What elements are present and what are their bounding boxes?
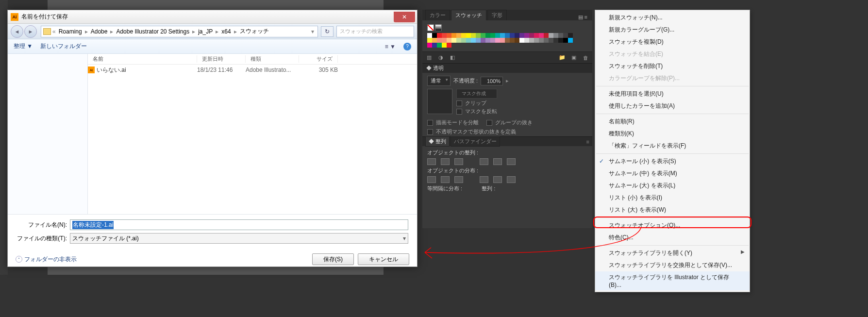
swatch-cell[interactable]: [471, 33, 476, 38]
close-button[interactable]: ✕: [394, 12, 415, 22]
swatch-cell[interactable]: [447, 33, 451, 38]
menu-item[interactable]: 新規カラーグループ(G)...: [595, 24, 750, 36]
swatch-cell[interactable]: [515, 33, 519, 38]
swatch-cell[interactable]: [427, 43, 432, 48]
swatch-cell[interactable]: [442, 43, 447, 48]
swatch-cell[interactable]: [442, 38, 447, 43]
menu-item[interactable]: 種類別(K): [595, 128, 750, 140]
swatch-cell[interactable]: [539, 33, 544, 38]
knockout-checkbox[interactable]: [486, 120, 492, 126]
swatch-library-icon[interactable]: ▥: [425, 54, 433, 62]
dist-right-icon[interactable]: [507, 176, 516, 183]
swatch-cell[interactable]: [549, 38, 553, 43]
swatch-options-icon[interactable]: ◧: [449, 54, 456, 62]
blend-mode-select[interactable]: 通常: [427, 76, 451, 86]
file-list[interactable]: 名前 更新日時 種類 サイズ Aiいらない.ai18/1/23 11:46Ado…: [88, 54, 417, 214]
swatch-cell[interactable]: [432, 43, 437, 48]
col-date[interactable]: 更新日時: [197, 55, 246, 63]
menu-item[interactable]: スウォッチを削除(T): [595, 60, 750, 72]
swatch-cell[interactable]: [510, 38, 515, 43]
swatch-cell[interactable]: [534, 38, 539, 43]
menu-item[interactable]: スウォッチライブラリを Illustrator として保存(B)...: [595, 271, 750, 290]
swatch-grid[interactable]: [427, 33, 587, 48]
swatch-cell[interactable]: [558, 38, 563, 43]
menu-item[interactable]: サムネール (大) を表示(L): [595, 180, 750, 192]
swatch-cell[interactable]: [539, 38, 544, 43]
swatch-cell[interactable]: [510, 33, 515, 38]
align-vcenter-icon[interactable]: [493, 158, 502, 165]
swatch-cell[interactable]: [461, 38, 466, 43]
align-menu-icon[interactable]: ≡: [586, 139, 589, 145]
cancel-button[interactable]: キャンセル: [358, 253, 409, 265]
path-seg[interactable]: スウォッチ: [238, 27, 270, 35]
search-input[interactable]: スウォッチの検索: [336, 26, 414, 37]
panel-menu-button[interactable]: ▤ ≡: [576, 14, 589, 20]
menu-item[interactable]: スウォッチライブラリを開く(Y)▶: [595, 247, 750, 259]
menu-item[interactable]: 未使用項目を選択(U): [595, 88, 750, 100]
path-seg[interactable]: ja_JP: [197, 28, 214, 35]
col-type[interactable]: 種類: [246, 55, 299, 63]
swatch-cell[interactable]: [553, 38, 558, 43]
swatch-cell[interactable]: [544, 38, 549, 43]
make-mask-button[interactable]: マスク作成: [456, 89, 497, 99]
file-row[interactable]: Aiいらない.ai18/1/23 11:46Adobe Illustrato..…: [88, 65, 417, 75]
swatch-cell[interactable]: [476, 33, 481, 38]
swatch-cell[interactable]: [447, 43, 451, 48]
swatch-cell[interactable]: [505, 38, 510, 43]
organize-menu[interactable]: 整理 ▼: [14, 42, 33, 50]
filetype-combo[interactable]: スウォッチファイル (*.ai)▾: [70, 233, 408, 244]
swatch-cell[interactable]: [519, 38, 524, 43]
swatch-cell[interactable]: [563, 33, 568, 38]
swatch-cell[interactable]: [461, 33, 466, 38]
save-button[interactable]: 保存(S): [312, 253, 354, 265]
swatch-cell[interactable]: [549, 33, 553, 38]
help-button[interactable]: ?: [403, 43, 411, 50]
nav-back-button[interactable]: ◄: [11, 25, 23, 38]
path-seg[interactable]: Adobe Illustrator 20 Settings: [115, 28, 191, 35]
swatch-cell[interactable]: [529, 38, 534, 43]
dist-hcenter-icon[interactable]: [493, 176, 502, 183]
swatch-cell[interactable]: [437, 43, 442, 48]
swatch-cell[interactable]: [427, 38, 432, 43]
swatch-cell[interactable]: [476, 38, 481, 43]
swatch-cell[interactable]: [481, 33, 485, 38]
swatch-cell[interactable]: [529, 33, 534, 38]
menu-item[interactable]: サムネール (小) を表示(S)✓: [595, 155, 750, 167]
swatch-cell[interactable]: [451, 38, 456, 43]
refresh-button[interactable]: ↻: [321, 26, 334, 37]
swatch-cell[interactable]: [437, 33, 442, 38]
view-mode-button[interactable]: ≡ ▼: [385, 43, 396, 50]
swatch-panel-menu[interactable]: 新規スウォッチ(N)...新規カラーグループ(G)...スウォッチを複製(D)ス…: [595, 10, 750, 292]
transparency-tab[interactable]: ◆ 透明: [422, 63, 592, 73]
swatch-cell[interactable]: [524, 33, 529, 38]
align-right-icon[interactable]: [454, 158, 463, 165]
isolate-checkbox[interactable]: [427, 120, 433, 126]
swatch-cell[interactable]: [500, 38, 505, 43]
swatch-cell[interactable]: [427, 33, 432, 38]
nav-forward-button[interactable]: ►: [24, 25, 37, 38]
swatch-cell[interactable]: [495, 33, 500, 38]
invert-checkbox[interactable]: [456, 109, 462, 115]
align-hcenter-icon[interactable]: [441, 158, 450, 165]
align-top-icon[interactable]: [480, 158, 488, 165]
menu-item[interactable]: 特色(C)...: [595, 232, 750, 244]
swatch-cell[interactable]: [442, 33, 447, 38]
dist-top-icon[interactable]: [427, 176, 436, 183]
menu-item[interactable]: スウォッチオプション(O)...: [595, 219, 750, 232]
new-folder-button[interactable]: 新しいフォルダー: [40, 42, 87, 50]
swatch-cell[interactable]: [471, 38, 476, 43]
dist-bottom-icon[interactable]: [454, 176, 463, 183]
delete-swatch-icon[interactable]: 🗑: [582, 54, 589, 62]
tab-align[interactable]: ◆ 整列: [425, 136, 450, 147]
breadcrumb[interactable]: « Roaming▸ Adobe▸ Adobe Illustrator 20 S…: [41, 26, 318, 37]
col-size[interactable]: サイズ: [299, 55, 338, 63]
menu-item[interactable]: リスト (大) を表示(W): [595, 204, 750, 216]
swatch-cell[interactable]: [432, 33, 437, 38]
new-group-icon[interactable]: 📁: [558, 54, 566, 62]
path-seg[interactable]: x64: [220, 28, 232, 35]
menu-item[interactable]: 名前順(R): [595, 116, 750, 128]
menu-item[interactable]: スウォッチライブラリを交換用として保存(V)...: [595, 259, 750, 271]
swatch-cell[interactable]: [505, 33, 510, 38]
col-name[interactable]: 名前: [88, 55, 197, 63]
swatch-cell[interactable]: [495, 38, 500, 43]
